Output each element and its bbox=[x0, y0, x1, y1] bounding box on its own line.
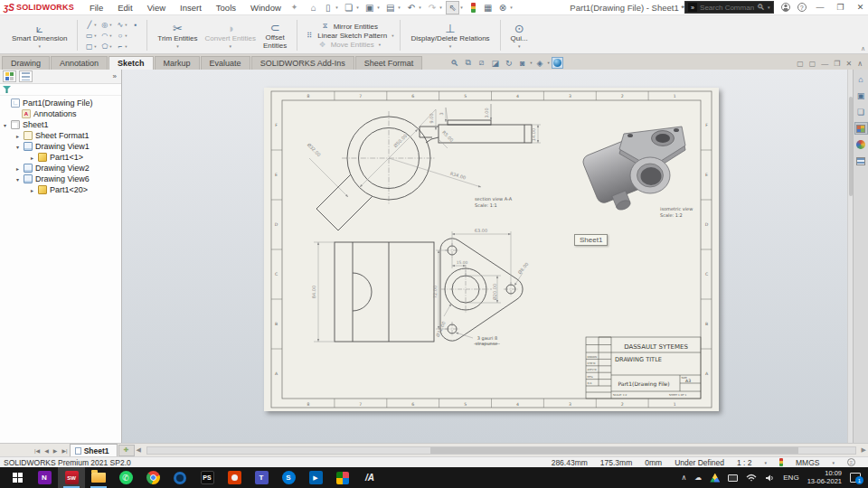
offset-entities-button[interactable]: ⊂ Offset Entities bbox=[259, 20, 290, 51]
quick-snaps-button[interactable]: ⊙ Qui... ▾ bbox=[507, 21, 532, 50]
dim-r5[interactable]: R5.00 bbox=[441, 129, 455, 143]
relations-caret-icon[interactable]: ▾ bbox=[449, 43, 452, 49]
prev-sheet-icon[interactable]: ◀ bbox=[42, 446, 51, 455]
start-button[interactable] bbox=[4, 467, 31, 488]
smart-dimension-button[interactable]: ⟀ Smart Dimension ▾ bbox=[8, 21, 71, 50]
doc-restore-icon[interactable]: ❐ bbox=[834, 60, 840, 68]
design-library-icon[interactable]: ▣ bbox=[854, 89, 868, 102]
quick-snaps-caret-icon[interactable]: ▾ bbox=[518, 43, 521, 49]
hscroll-right-icon[interactable]: ▶ bbox=[860, 446, 868, 454]
tree-item-part1-20[interactable]: ▸ Part1<20> bbox=[0, 184, 121, 195]
tab-sketch[interactable]: Sketch bbox=[108, 56, 154, 70]
rotate-view-icon[interactable]: ↻ bbox=[503, 57, 514, 69]
print-caret-icon[interactable]: ▾ bbox=[398, 5, 403, 10]
add-sheet-button[interactable]: ✚ bbox=[118, 445, 135, 456]
appearances-icon[interactable] bbox=[854, 138, 868, 151]
user-account-icon[interactable] bbox=[781, 3, 790, 12]
collapse-icon[interactable]: ∧ bbox=[857, 60, 863, 68]
section-view-icon[interactable]: ◪ bbox=[489, 57, 501, 69]
undo-caret-icon[interactable]: ▾ bbox=[419, 5, 424, 10]
front-view[interactable]: 84.00 63.00 15.00 72.00 Ø20.00 Ø32.00 Ø8… bbox=[311, 228, 530, 348]
unit-system[interactable]: MMGS bbox=[796, 458, 819, 467]
tree-item-sheet1[interactable]: ▾ Sheet1 bbox=[0, 119, 121, 130]
tab-addins[interactable]: SOLIDWORKS Add-Ins bbox=[251, 56, 354, 70]
isometric-view[interactable]: isometric view Scale: 1:2 bbox=[581, 127, 693, 218]
trim-caret-icon[interactable]: ▾ bbox=[176, 43, 179, 49]
fillet-icon[interactable]: ⌐ bbox=[115, 42, 125, 51]
custom-properties-icon[interactable] bbox=[854, 155, 868, 167]
language-indicator[interactable]: ENG bbox=[783, 474, 798, 482]
file-explorer-icon[interactable]: ❏ bbox=[854, 106, 868, 118]
new-document-icon[interactable]: ▯ bbox=[321, 1, 335, 14]
ribbon-collapse-icon[interactable]: ∧ bbox=[861, 45, 865, 52]
dim-15[interactable]: 15.00 bbox=[457, 260, 468, 265]
horizontal-scroll-thumb[interactable] bbox=[430, 447, 798, 454]
dim-84[interactable]: 84.00 bbox=[311, 286, 316, 298]
dim-dia8[interactable]: Ø8.00 bbox=[516, 261, 529, 275]
sheet-color-icon[interactable]: ◙ bbox=[516, 57, 528, 69]
previous-view-icon[interactable]: ⧄ bbox=[476, 57, 487, 69]
sheet-properties-icon[interactable]: ▦ bbox=[481, 1, 495, 14]
menu-tools[interactable]: Tools bbox=[210, 2, 242, 14]
trim-entities-button[interactable]: ✂ Trim Entities ▾ bbox=[154, 21, 201, 50]
open-document-icon[interactable]: ❏ bbox=[342, 1, 355, 14]
select-tool-icon[interactable]: ⇖ bbox=[446, 1, 459, 14]
device-icon[interactable] bbox=[728, 474, 738, 482]
photos-taskbar-icon[interactable] bbox=[329, 467, 356, 488]
sheet1-tab[interactable]: Sheet1 bbox=[70, 444, 118, 456]
app-circle-taskbar-icon[interactable] bbox=[166, 467, 193, 488]
taskpane-home-icon[interactable]: ⌂ bbox=[854, 73, 868, 86]
dim-r34[interactable]: R34.00 bbox=[449, 171, 467, 181]
collapse-arrow-icon[interactable]: ▾ bbox=[14, 176, 21, 183]
vertical-scroll-thumb[interactable] bbox=[849, 97, 853, 196]
office-taskbar-icon[interactable] bbox=[221, 467, 248, 488]
undo-icon[interactable]: ↶ bbox=[404, 1, 418, 14]
help-icon[interactable]: ? bbox=[797, 3, 807, 12]
menu-file[interactable]: File bbox=[83, 2, 109, 14]
panel-expand-icon[interactable]: » bbox=[113, 72, 118, 80]
tree-item-sheet-format1[interactable]: ▸ Sheet Format1 bbox=[0, 130, 121, 141]
select-caret-icon[interactable]: ▾ bbox=[460, 5, 466, 10]
pattern-caret-icon[interactable]: ▾ bbox=[392, 33, 393, 38]
collapse-arrow-icon[interactable]: ▾ bbox=[2, 122, 8, 128]
dim-dia50[interactable]: Ø50.00 bbox=[392, 133, 408, 148]
new-caret-icon[interactable]: ▾ bbox=[335, 5, 341, 10]
circle-icon[interactable]: ◎ bbox=[99, 21, 109, 29]
zoom-area-icon[interactable]: ⧉ bbox=[462, 57, 474, 69]
restore-button[interactable]: ❐ bbox=[835, 3, 847, 12]
zoom-fit-icon[interactable]: 🔍︎ bbox=[448, 57, 460, 69]
dim-14[interactable]: 14.00 bbox=[531, 128, 536, 141]
tree-item-annotations[interactable]: A Annotations bbox=[0, 108, 121, 119]
taskbar-clock[interactable]: 10:09 13-06-2021 bbox=[807, 470, 842, 485]
tab-annotation[interactable]: Annotation bbox=[51, 56, 108, 70]
arc-icon[interactable]: ◠ bbox=[99, 32, 109, 40]
display-manager-tab[interactable] bbox=[19, 70, 33, 82]
expand-arrow-icon[interactable]: ▸ bbox=[29, 155, 35, 161]
doc-tab-right-icon[interactable]: ▢ bbox=[809, 60, 816, 68]
hidden-icons-chevron[interactable]: ∧ bbox=[681, 474, 686, 482]
skype-taskbar-icon[interactable]: S bbox=[275, 467, 302, 488]
vertical-scrollbar[interactable] bbox=[847, 70, 853, 443]
rectangle-icon[interactable]: ▭ bbox=[84, 32, 94, 40]
onedrive-cloud-icon[interactable]: ☁ bbox=[694, 474, 702, 482]
photoshop-taskbar-icon[interactable]: PS bbox=[193, 467, 221, 488]
expand-arrow-icon[interactable]: ▸ bbox=[14, 133, 21, 139]
dim-63[interactable]: 63.00 bbox=[475, 228, 487, 233]
notification-center-icon[interactable]: 1 bbox=[850, 473, 861, 483]
display-delete-relations-button[interactable]: ⊥ Display/Delete Relations ▾ bbox=[407, 21, 493, 50]
dim-3[interactable]: 3 bbox=[439, 112, 444, 115]
expand-arrow-icon[interactable]: ▸ bbox=[14, 165, 21, 172]
scale-caret-icon[interactable]: ▾ bbox=[765, 460, 768, 465]
movies-tv-taskbar-icon[interactable]: ▶ bbox=[302, 467, 329, 488]
units-caret-icon[interactable]: ▾ bbox=[832, 460, 835, 465]
linear-sketch-pattern-button[interactable]: ⠿ Linear Sketch Pattern ▾ bbox=[304, 32, 393, 40]
tree-item-drawing-view1[interactable]: ▾ Drawing View1 bbox=[0, 141, 121, 152]
title-block[interactable]: DASSAULT SYTEMES DRAWING TITLE Part1(Dra… bbox=[586, 337, 701, 399]
minimize-button[interactable]: — bbox=[814, 3, 827, 12]
open-caret-icon[interactable]: ▾ bbox=[356, 5, 362, 10]
menu-insert[interactable]: Insert bbox=[174, 2, 208, 14]
tab-evaluate[interactable]: Evaluate bbox=[201, 56, 250, 70]
ellipse-icon[interactable]: ○ bbox=[115, 32, 125, 40]
expand-arrow-icon[interactable]: ▸ bbox=[29, 187, 35, 193]
rebuild-icon[interactable] bbox=[467, 1, 480, 14]
